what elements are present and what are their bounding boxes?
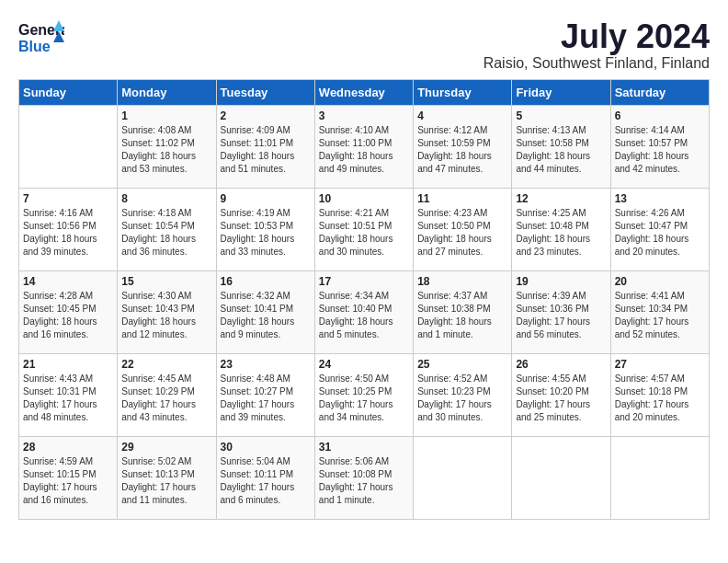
day-number: 21	[23, 358, 113, 371]
day-number: 12	[516, 192, 606, 205]
cell-content: Sunrise: 4:09 AMSunset: 11:01 PMDaylight…	[221, 124, 311, 176]
day-of-week-header: Friday	[512, 79, 610, 105]
cell-content: Sunrise: 4:55 AMSunset: 10:20 PMDaylight…	[516, 373, 606, 424]
cell-content: Sunrise: 4:21 AMSunset: 10:51 PMDaylight…	[319, 207, 409, 259]
calendar-cell: 17Sunrise: 4:34 AMSunset: 10:40 PMDaylig…	[314, 270, 413, 353]
day-number: 13	[615, 192, 705, 205]
calendar-cell: 26Sunrise: 4:55 AMSunset: 10:20 PMDaylig…	[512, 353, 610, 436]
cell-content: Sunrise: 5:06 AMSunset: 10:08 PMDaylight…	[319, 455, 409, 507]
calendar-cell: 7Sunrise: 4:16 AMSunset: 10:56 PMDayligh…	[19, 188, 118, 270]
day-number: 11	[417, 192, 507, 205]
calendar-cell: 9Sunrise: 4:19 AMSunset: 10:53 PMDayligh…	[216, 188, 314, 270]
cell-content: Sunrise: 5:02 AMSunset: 10:13 PMDaylight…	[121, 455, 211, 507]
calendar-cell: 3Sunrise: 4:10 AMSunset: 11:00 PMDayligh…	[314, 105, 413, 188]
calendar-cell: 27Sunrise: 4:57 AMSunset: 10:18 PMDaylig…	[610, 353, 709, 436]
day-number: 30	[221, 441, 311, 454]
calendar-cell: 5Sunrise: 4:13 AMSunset: 10:58 PMDayligh…	[512, 105, 610, 188]
cell-content: Sunrise: 4:32 AMSunset: 10:41 PMDaylight…	[221, 290, 311, 341]
cell-content: Sunrise: 4:39 AMSunset: 10:36 PMDaylight…	[516, 290, 606, 341]
cell-content: Sunrise: 4:18 AMSunset: 10:54 PMDaylight…	[121, 207, 211, 259]
calendar-cell: 4Sunrise: 4:12 AMSunset: 10:59 PMDayligh…	[414, 105, 512, 188]
calendar-week-row: 28Sunrise: 4:59 AMSunset: 10:15 PMDaylig…	[19, 436, 710, 519]
month-year-title: July 2024	[483, 18, 710, 55]
calendar-week-row: 1Sunrise: 4:08 AMSunset: 11:02 PMDayligh…	[19, 105, 710, 188]
cell-content: Sunrise: 4:13 AMSunset: 10:58 PMDaylight…	[516, 124, 606, 176]
day-of-week-header: Sunday	[19, 79, 118, 105]
cell-content: Sunrise: 4:10 AMSunset: 11:00 PMDaylight…	[319, 124, 409, 176]
day-of-week-header: Monday	[118, 79, 216, 105]
day-number: 26	[516, 358, 606, 371]
calendar-cell	[19, 105, 118, 188]
cell-content: Sunrise: 4:59 AMSunset: 10:15 PMDaylight…	[23, 455, 113, 507]
cell-content: Sunrise: 4:12 AMSunset: 10:59 PMDaylight…	[417, 124, 507, 176]
calendar-cell: 18Sunrise: 4:37 AMSunset: 10:38 PMDaylig…	[414, 270, 512, 353]
day-number: 7	[23, 192, 113, 205]
day-number: 8	[121, 192, 211, 205]
day-number: 3	[319, 109, 409, 122]
calendar-cell: 10Sunrise: 4:21 AMSunset: 10:51 PMDaylig…	[314, 188, 413, 270]
day-number: 5	[516, 109, 606, 122]
calendar-cell: 14Sunrise: 4:28 AMSunset: 10:45 PMDaylig…	[19, 270, 118, 353]
cell-content: Sunrise: 4:52 AMSunset: 10:23 PMDaylight…	[417, 373, 507, 424]
day-number: 22	[121, 358, 211, 371]
day-number: 6	[615, 109, 705, 122]
calendar-cell: 25Sunrise: 4:52 AMSunset: 10:23 PMDaylig…	[414, 353, 512, 436]
calendar-cell: 8Sunrise: 4:18 AMSunset: 10:54 PMDayligh…	[118, 188, 216, 270]
calendar-cell: 23Sunrise: 4:48 AMSunset: 10:27 PMDaylig…	[216, 353, 314, 436]
logo: General Blue	[18, 18, 64, 59]
cell-content: Sunrise: 5:04 AMSunset: 10:11 PMDaylight…	[221, 455, 311, 507]
day-number: 18	[417, 275, 507, 288]
calendar-cell: 11Sunrise: 4:23 AMSunset: 10:50 PMDaylig…	[414, 188, 512, 270]
calendar-cell: 22Sunrise: 4:45 AMSunset: 10:29 PMDaylig…	[118, 353, 216, 436]
calendar-cell: 24Sunrise: 4:50 AMSunset: 10:25 PMDaylig…	[314, 353, 413, 436]
day-of-week-header: Saturday	[610, 79, 709, 105]
day-number: 9	[221, 192, 311, 205]
cell-content: Sunrise: 4:08 AMSunset: 11:02 PMDaylight…	[121, 124, 211, 176]
cell-content: Sunrise: 4:30 AMSunset: 10:43 PMDaylight…	[121, 290, 211, 341]
title-block: July 2024 Raisio, Southwest Finland, Fin…	[483, 18, 710, 72]
cell-content: Sunrise: 4:43 AMSunset: 10:31 PMDaylight…	[23, 373, 113, 424]
day-number: 16	[221, 275, 311, 288]
calendar-cell: 21Sunrise: 4:43 AMSunset: 10:31 PMDaylig…	[19, 353, 118, 436]
calendar-cell	[512, 436, 610, 519]
cell-content: Sunrise: 4:16 AMSunset: 10:56 PMDaylight…	[23, 207, 113, 259]
cell-content: Sunrise: 4:45 AMSunset: 10:29 PMDaylight…	[121, 373, 211, 424]
calendar-cell: 6Sunrise: 4:14 AMSunset: 10:57 PMDayligh…	[610, 105, 709, 188]
day-of-week-header: Thursday	[414, 79, 512, 105]
day-number: 19	[516, 275, 606, 288]
calendar-cell: 29Sunrise: 5:02 AMSunset: 10:13 PMDaylig…	[118, 436, 216, 519]
cell-content: Sunrise: 4:41 AMSunset: 10:34 PMDaylight…	[615, 290, 705, 341]
calendar-header-row: SundayMondayTuesdayWednesdayThursdayFrid…	[19, 79, 710, 105]
cell-content: Sunrise: 4:14 AMSunset: 10:57 PMDaylight…	[615, 124, 705, 176]
day-number: 23	[221, 358, 311, 371]
day-of-week-header: Tuesday	[216, 79, 314, 105]
calendar-cell	[610, 436, 709, 519]
cell-content: Sunrise: 4:26 AMSunset: 10:47 PMDaylight…	[615, 207, 705, 259]
logo-graphic: General Blue	[18, 18, 64, 59]
day-number: 1	[121, 109, 211, 122]
day-number: 20	[615, 275, 705, 288]
calendar-cell: 16Sunrise: 4:32 AMSunset: 10:41 PMDaylig…	[216, 270, 314, 353]
day-number: 15	[121, 275, 211, 288]
calendar-cell: 12Sunrise: 4:25 AMSunset: 10:48 PMDaylig…	[512, 188, 610, 270]
calendar-cell: 19Sunrise: 4:39 AMSunset: 10:36 PMDaylig…	[512, 270, 610, 353]
calendar-cell: 28Sunrise: 4:59 AMSunset: 10:15 PMDaylig…	[19, 436, 118, 519]
cell-content: Sunrise: 4:28 AMSunset: 10:45 PMDaylight…	[23, 290, 113, 341]
day-number: 27	[615, 358, 705, 371]
day-number: 31	[319, 441, 409, 454]
cell-content: Sunrise: 4:37 AMSunset: 10:38 PMDaylight…	[417, 290, 507, 341]
cell-content: Sunrise: 4:25 AMSunset: 10:48 PMDaylight…	[516, 207, 606, 259]
calendar-cell: 1Sunrise: 4:08 AMSunset: 11:02 PMDayligh…	[118, 105, 216, 188]
cell-content: Sunrise: 4:50 AMSunset: 10:25 PMDaylight…	[319, 373, 409, 424]
calendar-table: SundayMondayTuesdayWednesdayThursdayFrid…	[18, 79, 710, 520]
day-number: 25	[417, 358, 507, 371]
cell-content: Sunrise: 4:48 AMSunset: 10:27 PMDaylight…	[221, 373, 311, 424]
page-header: General Blue July 2024 Raisio, Southwest…	[18, 18, 710, 72]
day-number: 14	[23, 275, 113, 288]
cell-content: Sunrise: 4:23 AMSunset: 10:50 PMDaylight…	[417, 207, 507, 259]
calendar-cell	[414, 436, 512, 519]
day-of-week-header: Wednesday	[314, 79, 413, 105]
calendar-cell: 13Sunrise: 4:26 AMSunset: 10:47 PMDaylig…	[610, 188, 709, 270]
day-number: 2	[221, 109, 311, 122]
day-number: 28	[23, 441, 113, 454]
